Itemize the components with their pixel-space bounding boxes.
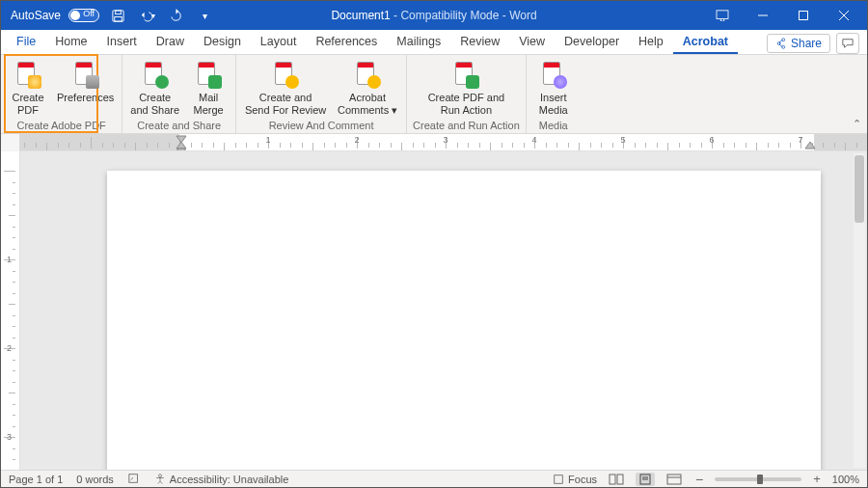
ribbon-group-create-and-run-action: Create PDF and Run Action Create and Run… [407, 55, 527, 133]
tab-design[interactable]: Design [194, 31, 251, 54]
ribbon-tabs: File Home Insert Draw Design Layout Refe… [1, 30, 867, 55]
ribbon-group-create-adobe-pdf: Create PDF Preferences Create Adobe PDF [1, 55, 122, 133]
status-page[interactable]: Page 1 of 1 [9, 474, 63, 485]
svg-rect-18 [610, 474, 615, 484]
vertical-ruler[interactable]: 123 [1, 151, 20, 470]
vertical-scrollbar[interactable] [854, 153, 865, 468]
undo-icon[interactable]: ▾ [136, 5, 157, 26]
ribbon-group-review-and-comment: Create and Send For Review Acrobat Comme… [236, 55, 407, 133]
close-button[interactable] [825, 1, 863, 30]
focus-icon [553, 474, 564, 485]
ribbon-group-label: Media [539, 118, 568, 131]
zoom-slider-knob[interactable] [757, 474, 763, 484]
tab-home[interactable]: Home [45, 31, 96, 54]
horizontal-ruler[interactable]: 1234567 [20, 134, 867, 151]
ribbon-group-label: Create and Share [137, 118, 221, 131]
title-bar: AutoSave Off ▾ ▾ Document1 - Compatibili… [1, 1, 867, 30]
svg-marker-12 [176, 142, 186, 149]
svg-rect-17 [555, 474, 563, 483]
share-button[interactable]: Share [767, 34, 830, 53]
create-pdf-run-action-button[interactable]: Create PDF and Run Action [420, 59, 512, 116]
ribbon: Create PDF Preferences Create Adobe PDF … [1, 55, 867, 134]
ribbon-group-label: Review And Comment [269, 118, 374, 131]
tab-insert[interactable]: Insert [97, 31, 147, 54]
autosave-toggle[interactable]: Off [68, 9, 99, 22]
tab-draw[interactable]: Draw [147, 31, 194, 54]
read-mode-button[interactable] [607, 473, 626, 486]
save-icon[interactable] [107, 5, 128, 26]
tab-help[interactable]: Help [629, 31, 673, 54]
ruler-corner [1, 134, 20, 151]
focus-button[interactable]: Focus [553, 474, 597, 485]
svg-rect-5 [800, 12, 808, 20]
status-accessibility[interactable]: Accessibility: Unavailable [154, 474, 289, 485]
tab-acrobat[interactable]: Acrobat [673, 31, 738, 54]
acrobat-comments-button[interactable]: Acrobat Comments ▾ [335, 59, 400, 116]
repeat-icon[interactable] [165, 5, 186, 26]
document-area: 123 [1, 151, 867, 470]
ribbon-group-media: Insert Media Media [527, 55, 581, 133]
tab-references[interactable]: References [306, 31, 387, 54]
create-send-review-button[interactable]: Create and Send For Review [242, 59, 329, 116]
web-layout-button[interactable] [665, 473, 684, 486]
ruler-row: 1234567 [1, 134, 867, 151]
status-bar: Page 1 of 1 0 words Accessibility: Unava… [1, 470, 867, 487]
tab-file[interactable]: File [7, 31, 45, 54]
svg-marker-14 [805, 142, 815, 149]
maximize-button[interactable] [784, 1, 823, 30]
comment-icon [841, 38, 854, 49]
share-icon [775, 38, 787, 49]
status-proofing-icon[interactable] [127, 473, 141, 486]
ribbon-group-label: Create Adobe PDF [16, 118, 105, 131]
ribbon-display-options-icon[interactable] [703, 1, 742, 30]
preferences-button[interactable]: Preferences [55, 59, 116, 116]
zoom-out-button[interactable]: − [693, 472, 705, 487]
document-canvas[interactable] [20, 151, 867, 470]
zoom-level[interactable]: 100% [832, 474, 859, 485]
zoom-in-button[interactable]: + [811, 472, 823, 486]
create-pdf-button[interactable]: Create PDF [7, 59, 49, 116]
minimize-button[interactable] [744, 1, 782, 30]
hanging-indent-icon[interactable] [175, 142, 188, 151]
scrollbar-thumb[interactable] [854, 155, 864, 223]
page-sheet[interactable] [107, 171, 821, 470]
autosave-label: AutoSave [11, 9, 61, 22]
insert-media-button[interactable]: Insert Media [532, 59, 575, 116]
collapse-ribbon-icon[interactable]: ⌃ [853, 118, 861, 130]
tab-layout[interactable]: Layout [251, 31, 307, 54]
ribbon-group-create-and-share: Create and Share Mail Merge Create and S… [122, 55, 236, 133]
svg-rect-23 [667, 474, 681, 484]
status-words[interactable]: 0 words [76, 474, 114, 485]
svg-rect-1 [115, 10, 121, 14]
svg-rect-19 [617, 474, 623, 484]
tab-view[interactable]: View [509, 31, 555, 54]
zoom-slider[interactable] [715, 477, 801, 481]
print-layout-button[interactable] [636, 473, 655, 486]
svg-rect-3 [717, 11, 728, 19]
svg-rect-2 [114, 16, 122, 21]
mail-merge-button[interactable]: Mail Merge [187, 59, 230, 116]
accessibility-icon [154, 474, 166, 485]
qat-customize-icon[interactable]: ▾ [194, 5, 215, 26]
tab-review[interactable]: Review [450, 31, 509, 54]
right-indent-icon[interactable] [803, 142, 817, 151]
ribbon-group-label: Create and Run Action [413, 118, 520, 131]
svg-rect-15 [129, 474, 138, 482]
tab-developer[interactable]: Developer [555, 31, 629, 54]
svg-point-16 [158, 474, 161, 476]
comments-button[interactable] [836, 33, 859, 54]
create-and-share-button[interactable]: Create and Share [128, 59, 181, 116]
tab-mailings[interactable]: Mailings [387, 31, 450, 54]
